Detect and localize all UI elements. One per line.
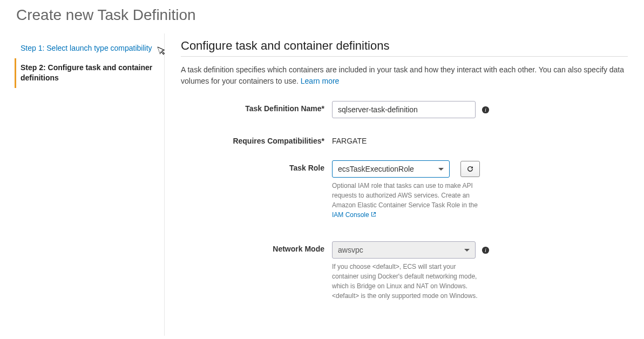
section-desc-text: A task definition specifies which contai… bbox=[181, 65, 624, 85]
main-panel: Configure task and container definitions… bbox=[165, 33, 644, 336]
wizard-sidebar: Step 1: Select launch type compatibility… bbox=[0, 33, 165, 336]
step-1-link[interactable]: Step 1: Select launch type compatibility bbox=[16, 39, 153, 58]
step-2-active[interactable]: Step 2: Configure task and container def… bbox=[15, 58, 153, 88]
network-mode-select[interactable]: awsvpc bbox=[332, 241, 476, 259]
layout: Step 1: Select launch type compatibility… bbox=[0, 33, 644, 336]
row-task-definition-name: Task Definition Name* i bbox=[181, 101, 628, 118]
external-link-icon bbox=[370, 211, 377, 218]
label-network-mode: Network Mode bbox=[181, 241, 332, 253]
network-mode-selected-value: awsvpc bbox=[338, 246, 363, 254]
section-title: Configure task and container definitions bbox=[181, 39, 628, 57]
label-task-role: Task Role bbox=[181, 160, 332, 172]
svg-text:i: i bbox=[485, 247, 486, 253]
chevron-down-icon bbox=[464, 249, 470, 252]
refresh-icon bbox=[466, 165, 474, 173]
task-role-help-text: Optional IAM role that tasks can use to … bbox=[332, 182, 478, 209]
chevron-down-icon bbox=[438, 168, 444, 171]
info-icon[interactable]: i bbox=[481, 105, 490, 114]
row-task-role: Task Role ecsTaskExecutionRole Optional … bbox=[181, 160, 628, 220]
svg-text:i: i bbox=[485, 107, 486, 113]
task-definition-name-input[interactable] bbox=[332, 101, 476, 118]
learn-more-link[interactable]: Learn more bbox=[301, 77, 340, 85]
task-role-help: Optional IAM role that tasks can use to … bbox=[332, 181, 478, 220]
row-network-mode: Network Mode awsvpc i If you choose <def… bbox=[181, 241, 628, 301]
page-title: Create new Task Definition bbox=[0, 0, 644, 33]
section-description: A task definition specifies which contai… bbox=[181, 64, 628, 87]
network-mode-help: If you choose <default>, ECS will start … bbox=[332, 262, 478, 301]
task-role-select[interactable]: ecsTaskExecutionRole bbox=[332, 160, 450, 178]
label-requires-compatibilities: Requires Compatibilities* bbox=[181, 133, 332, 145]
row-requires-compatibilities: Requires Compatibilities* FARGATE bbox=[181, 133, 628, 145]
requires-compatibilities-value: FARGATE bbox=[332, 133, 367, 145]
task-role-selected-value: ecsTaskExecutionRole bbox=[338, 165, 414, 173]
info-icon[interactable]: i bbox=[481, 246, 490, 254]
label-task-definition-name: Task Definition Name* bbox=[181, 101, 332, 113]
iam-console-link[interactable]: IAM Console bbox=[332, 211, 377, 219]
refresh-button[interactable] bbox=[460, 161, 480, 177]
